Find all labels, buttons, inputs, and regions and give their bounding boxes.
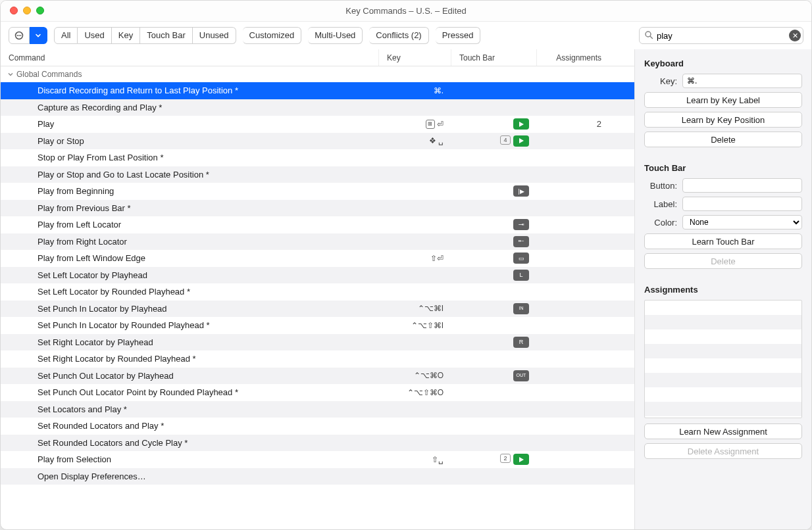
search-input[interactable] <box>639 27 803 44</box>
learn-key-label-button[interactable]: Learn by Key Label <box>644 92 802 108</box>
command-row[interactable]: Set Rounded Locators and Cycle Play * <box>1 435 634 452</box>
touchbar-cell <box>451 99 537 116</box>
punch-in-icon: IN <box>513 303 529 314</box>
command-row[interactable]: Set Punch Out Locator Point by Rounded P… <box>1 384 634 401</box>
command-row[interactable]: Play or Stop❖ ␣4 <box>1 133 634 150</box>
count-badge: 4 <box>500 135 511 145</box>
command-name: Play from Left Window Edge <box>1 250 379 267</box>
assignment-count <box>537 301 609 318</box>
command-name: Capture as Recording and Play * <box>1 99 379 116</box>
command-row[interactable]: Capture as Recording and Play * <box>1 99 634 116</box>
key-shortcut <box>379 435 451 452</box>
touchbar-cell: R <box>451 334 537 351</box>
touchbar-label-input[interactable] <box>682 197 802 211</box>
command-name: Play from Selection <box>1 451 379 468</box>
touchbar-cell <box>451 317 537 334</box>
key-input[interactable] <box>682 74 802 88</box>
touchbar-cell: IN <box>451 301 537 318</box>
touchbar-cell <box>451 166 537 183</box>
command-row[interactable]: Play from Right Locator⭰ <box>1 233 634 251</box>
chevron-down-icon <box>7 71 14 78</box>
command-row[interactable]: Set Locators and Play * <box>1 401 634 418</box>
command-name: Set Punch Out Locator Point by Rounded P… <box>1 384 379 401</box>
assignment-count <box>537 166 609 183</box>
filter-touch-bar[interactable]: Touch Bar <box>140 27 193 44</box>
command-row[interactable]: Set Right Locator by PlayheadR <box>1 334 634 351</box>
touchbar-cell <box>451 149 537 166</box>
touchbar-color-select[interactable]: None <box>682 215 802 229</box>
learn-assignment-button[interactable]: Learn New Assignment <box>644 423 802 439</box>
command-row[interactable]: Set Punch In Locator by Rounded Playhead… <box>1 317 634 334</box>
assignment-count <box>537 133 609 150</box>
color-label: Color: <box>644 218 677 228</box>
filter-all[interactable]: All <box>54 27 78 44</box>
assignment-count <box>537 200 609 217</box>
command-row[interactable]: Set Left Locator by PlayheadL <box>1 267 634 284</box>
command-row[interactable]: Play from Previous Bar * <box>1 200 634 217</box>
key-shortcut <box>379 283 451 301</box>
command-row[interactable]: Play⊞ ⏎2 <box>1 116 634 133</box>
command-row[interactable]: Play from Left Window Edge⇧⏎▭ <box>1 250 634 267</box>
delete-key-button[interactable]: Delete <box>644 132 802 147</box>
assignment-count <box>537 82 609 99</box>
pressed-button[interactable]: Pressed <box>436 27 481 44</box>
command-row[interactable]: Set Rounded Locators and Play * <box>1 418 634 435</box>
close-button[interactable] <box>10 7 18 14</box>
command-name: Play from Previous Bar * <box>1 200 379 217</box>
assignment-count <box>537 250 609 267</box>
commands-scroll[interactable]: Global Commands Discard Recording and Re… <box>1 66 634 529</box>
svg-line-5 <box>650 36 653 39</box>
group-global-commands[interactable]: Global Commands <box>1 66 634 82</box>
command-row[interactable]: Play from Beginning|▶ <box>1 183 634 200</box>
options-chevron[interactable] <box>30 27 47 44</box>
touchbar-cell <box>451 384 537 401</box>
touchbar-cell <box>451 283 537 301</box>
learn-key-position-button[interactable]: Learn by Key Position <box>644 112 802 128</box>
assignment-count <box>537 283 609 301</box>
assignment-count <box>537 418 609 435</box>
key-shortcut: ⌃⌥⌘O <box>379 368 451 385</box>
touchbar-button-input[interactable] <box>682 178 802 193</box>
filter-unused[interactable]: Unused <box>193 27 236 44</box>
key-commands-window: Key Commands – U.S. – Edited AllUsedKeyT… <box>0 0 812 530</box>
assignments-list[interactable] <box>644 300 802 418</box>
search-field-container: ✕ <box>639 27 803 44</box>
command-row[interactable]: Open Display Preferences… <box>1 468 634 485</box>
command-row[interactable]: Set Punch Out Locator by Playhead⌃⌥⌘OOUT <box>1 368 634 385</box>
command-row[interactable]: Stop or Play From Last Position * <box>1 149 634 166</box>
command-name: Play from Beginning <box>1 183 379 200</box>
touchbar-cell: ▭ <box>451 250 537 267</box>
command-row[interactable]: Play or Stop and Go to Last Locate Posit… <box>1 166 634 183</box>
filter-used[interactable]: Used <box>78 27 111 44</box>
options-icon[interactable] <box>9 27 30 44</box>
clear-search-button[interactable]: ✕ <box>789 30 801 41</box>
touchbar-cell: |▶ <box>451 183 537 200</box>
customized-button[interactable]: Customized <box>243 27 302 44</box>
command-name: Set Punch In Locator by Playhead <box>1 301 379 318</box>
inspector-sidebar: Keyboard Key: Learn by Key Label Learn b… <box>635 49 811 529</box>
command-name: Play or Stop and Go to Last Locate Posit… <box>1 166 379 183</box>
command-row[interactable]: Set Right Locator by Rounded Playhead * <box>1 350 634 368</box>
command-row[interactable]: Play from Selection⇧␣2 <box>1 451 634 468</box>
multi-used-button[interactable]: Multi-Used <box>308 27 363 44</box>
command-row[interactable]: Play from Left Locator⭲ <box>1 216 634 233</box>
col-touchbar[interactable]: Touch Bar <box>451 49 537 66</box>
keyboard-section: Keyboard Key: Learn by Key Label Learn b… <box>644 59 802 151</box>
search-icon <box>644 30 653 39</box>
filter-key[interactable]: Key <box>112 27 140 44</box>
fullscreen-button[interactable] <box>36 7 44 14</box>
col-assignments[interactable]: Assignments <box>537 49 609 66</box>
keypad-icon: ⊞ <box>426 120 435 129</box>
command-row[interactable]: Set Punch In Locator by Playhead⌃⌥⌘IIN <box>1 301 634 318</box>
key-shortcut <box>379 418 451 435</box>
command-name: Set Locators and Play * <box>1 401 379 418</box>
command-row[interactable]: Discard Recording and Return to Last Pla… <box>1 82 634 99</box>
command-row[interactable]: Set Left Locator by Rounded Playhead * <box>1 283 634 301</box>
conflicts-button[interactable]: Conflicts (2) <box>369 27 428 44</box>
col-command[interactable]: Command <box>1 49 379 66</box>
minimize-button[interactable] <box>23 7 31 14</box>
touchbar-cell: 2 <box>451 451 537 468</box>
learn-touchbar-button[interactable]: Learn Touch Bar <box>644 233 802 249</box>
col-key[interactable]: Key <box>379 49 451 66</box>
command-name: Play or Stop <box>1 133 379 150</box>
